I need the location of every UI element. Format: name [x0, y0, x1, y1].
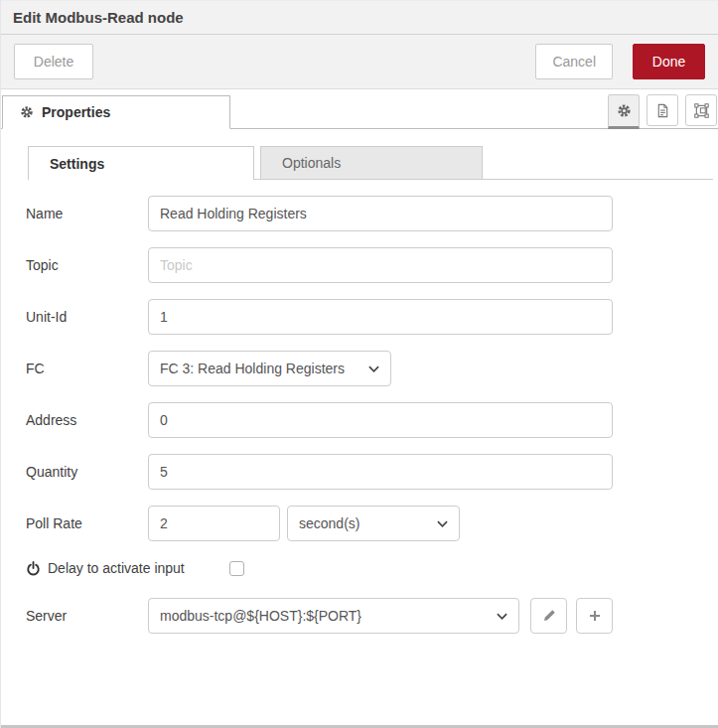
poll-rate-unit-select[interactable]: second(s) — [287, 506, 460, 541]
chevron-down-icon — [437, 520, 448, 527]
document-icon — [655, 103, 670, 118]
properties-icon-button[interactable] — [608, 94, 640, 129]
delete-button[interactable]: Delete — [14, 44, 93, 79]
poll-rate-row: Poll Rate second(s) — [26, 506, 693, 541]
name-row: Name — [26, 196, 693, 231]
unit-id-row: Unit-Id — [26, 299, 693, 335]
topic-row: Topic — [26, 247, 693, 283]
chevron-down-icon — [497, 613, 507, 620]
add-server-button[interactable] — [576, 598, 613, 634]
name-label: Name — [26, 206, 148, 221]
fc-row: FC FC 3: Read Holding Registers — [26, 351, 693, 386]
quantity-input[interactable] — [148, 454, 613, 490]
editor-icon-buttons — [608, 94, 717, 129]
name-input[interactable] — [148, 196, 613, 231]
dialog-toolbar: Delete Cancel Done — [1, 35, 718, 89]
delay-label-group: Delay to activate input — [26, 560, 229, 576]
tab-optionals-label: Optionals — [282, 155, 341, 171]
chevron-down-icon — [368, 365, 379, 372]
address-row: Address — [26, 402, 693, 438]
delay-checkbox[interactable] — [229, 561, 244, 576]
delay-row: Delay to activate input — [26, 560, 693, 576]
poll-rate-unit-value: second(s) — [299, 515, 359, 531]
gear-icon — [20, 105, 34, 119]
poll-rate-label: Poll Rate — [26, 515, 148, 531]
address-input[interactable] — [148, 402, 613, 438]
unit-id-input[interactable] — [148, 299, 613, 335]
editor-tab-bar: Properties — [1, 89, 718, 129]
description-icon-button[interactable] — [646, 94, 678, 126]
topic-input[interactable] — [148, 247, 613, 283]
server-label: Server — [26, 608, 148, 624]
poll-rate-input[interactable] — [148, 506, 280, 541]
fc-selected-value: FC 3: Read Holding Registers — [160, 361, 345, 376]
tab-settings[interactable]: Settings — [28, 146, 254, 180]
power-icon — [26, 561, 41, 576]
tab-properties-label: Properties — [42, 104, 110, 120]
server-selected-value: modbus-tcp@${HOST}:${PORT} — [160, 608, 361, 624]
edit-node-dialog: Edit Modbus-Read node Delete Cancel Done… — [0, 0, 718, 728]
server-row: Server modbus-tcp@${HOST}:${PORT} — [26, 598, 693, 634]
address-label: Address — [26, 412, 148, 428]
edit-server-button[interactable] — [530, 598, 567, 634]
settings-tab-bar: Settings Optionals — [28, 146, 713, 180]
plus-icon — [589, 610, 601, 622]
topic-label: Topic — [26, 257, 148, 273]
appearance-icon-button[interactable] — [685, 94, 717, 126]
tab-optionals[interactable]: Optionals — [260, 146, 483, 179]
properties-form: Settings Optionals Name Topic Unit-Id FC… — [1, 129, 718, 634]
quantity-label: Quantity — [26, 464, 148, 480]
tab-settings-label: Settings — [50, 156, 104, 172]
appearance-icon — [694, 103, 709, 118]
fc-select[interactable]: FC 3: Read Holding Registers — [148, 351, 391, 386]
fc-label: FC — [26, 361, 148, 376]
tab-properties[interactable]: Properties — [2, 95, 230, 129]
quantity-row: Quantity — [26, 454, 693, 490]
cancel-button[interactable]: Cancel — [535, 44, 613, 79]
done-button[interactable]: Done — [633, 44, 705, 79]
unit-id-label: Unit-Id — [26, 309, 148, 325]
gear-icon — [617, 103, 632, 118]
dialog-header: Edit Modbus-Read node — [1, 0, 718, 35]
pencil-icon — [542, 609, 556, 623]
delay-label: Delay to activate input — [48, 560, 185, 576]
server-select[interactable]: modbus-tcp@${HOST}:${PORT} — [148, 598, 519, 634]
dialog-title: Edit Modbus-Read node — [13, 9, 184, 26]
